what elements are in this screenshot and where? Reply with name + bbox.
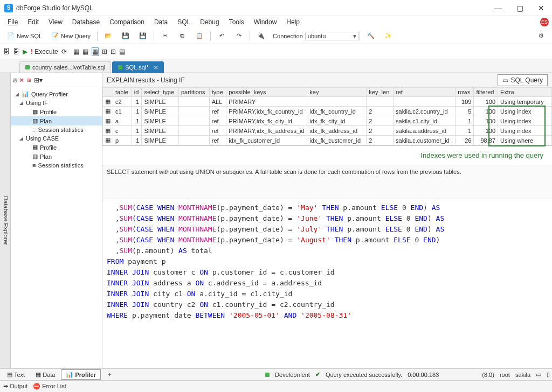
close-tab-icon[interactable]: ✕ — [154, 65, 158, 71]
tree-item-session-stats[interactable]: ≡Session statistics — [11, 125, 102, 134]
query-icon: 📝 — [51, 32, 59, 40]
settings-button[interactable]: ⚙ — [534, 30, 549, 42]
profiler-tool-2[interactable]: ≋ — [26, 76, 32, 84]
tree-root[interactable]: ◢📊Query Profiler — [11, 89, 102, 99]
output-tab[interactable]: ➡ Output — [3, 383, 27, 390]
sql-query-button[interactable]: ▭ SQL Query — [498, 74, 548, 86]
data-icon: ▦ — [36, 371, 41, 378]
table-row[interactable]: ▦ c11SIMPLE refPRIMARY,idx_fk_country_id… — [103, 107, 552, 116]
bottom-tab-text[interactable]: ▤Text — [2, 369, 30, 380]
table-icon: ▦ — [103, 126, 113, 136]
table-icon: ▦ — [103, 107, 113, 116]
gear-icon: ⚙ — [537, 32, 546, 40]
cut-button[interactable]: ✂ — [157, 30, 172, 42]
status-db: sakila — [515, 372, 530, 378]
menu-comparison[interactable]: Comparison — [105, 17, 149, 27]
tb2-btn-5[interactable]: ⊡ — [111, 48, 116, 55]
paste-icon: 📋 — [195, 32, 204, 40]
db-button-1[interactable]: 🗄 — [3, 48, 10, 55]
tb2-btn-4[interactable]: ⊞ — [102, 48, 107, 55]
tree-item-plan[interactable]: ▥Plan — [11, 116, 102, 125]
tree-item-plan[interactable]: ▥Plan — [11, 152, 102, 161]
menu-debug[interactable]: Debug — [196, 17, 223, 27]
tb2-btn-2[interactable]: ▦ — [82, 48, 88, 55]
table-row[interactable]: ▦ p1SIMPLE refidx_fk_customer_ididx_fk_c… — [103, 136, 552, 145]
tool-button-2[interactable]: ✨ — [381, 30, 396, 42]
profiler-tool-delete[interactable]: ✕ — [19, 76, 24, 84]
save-button[interactable]: 💾 — [118, 30, 133, 42]
open-button[interactable]: 📂 — [101, 30, 116, 42]
tree-group-using-if[interactable]: ◢Using IF — [11, 99, 102, 107]
profiler-tool-1[interactable]: ⎚ — [13, 76, 17, 84]
document-tabs: country-sales...ivotTable.sql SQL.sql* ✕ — [0, 59, 552, 73]
connection-label: Connection — [273, 33, 303, 39]
stats-icon: ≡ — [32, 162, 36, 169]
tree-item-profile[interactable]: ▦Profile — [11, 107, 102, 116]
save-all-button[interactable]: 💾 — [135, 30, 150, 42]
grid-icon: ▤ — [119, 48, 125, 55]
new-query-button[interactable]: 📝New Query — [47, 30, 94, 42]
tree-item-profile[interactable]: ▦Profile — [11, 143, 102, 152]
refresh-button[interactable]: ⟳ — [61, 48, 67, 55]
menu-edit[interactable]: Edit — [23, 17, 43, 27]
table-row[interactable]: ▦ c21SIMPLE ALLPRIMARY 109100Using tempo… — [103, 97, 552, 107]
plug-icon: 🔌 — [257, 32, 265, 40]
explain-header: EXPLAIN results - Using IF ▭ SQL Query — [102, 73, 552, 87]
redo-button[interactable]: ↷ — [231, 30, 246, 42]
grid-icon: ⊞ — [102, 48, 107, 55]
tool-button-1[interactable]: 🔨 — [363, 30, 378, 42]
tb2-btn-3[interactable]: ▦ — [92, 47, 99, 56]
panel-icon[interactable]: ▭ — [536, 371, 541, 378]
database-explorer-tab[interactable]: Database Explorer — [0, 73, 11, 368]
maximize-button[interactable]: ▢ — [513, 4, 526, 12]
tb2-btn-1[interactable]: ▦ — [73, 48, 79, 55]
tree-group-using-case[interactable]: ◢Using CASE — [11, 134, 102, 143]
menu-database[interactable]: Database — [68, 17, 104, 27]
tree-item-session-stats[interactable]: ≡Session statistics — [11, 161, 102, 170]
table-row[interactable]: ▦ a1SIMPLE refPRIMARY,idx_fk_city_ididx_… — [103, 116, 552, 126]
paste-button[interactable]: 📋 — [192, 30, 207, 42]
app-icon: S — [4, 4, 13, 12]
error-list-tab[interactable]: ⛔ Error List — [33, 383, 66, 390]
menu-help[interactable]: Help — [282, 17, 304, 27]
chart-icon: 📊 — [22, 90, 29, 97]
connection-select[interactable]: ubuntu — [305, 32, 359, 40]
explain-grid[interactable]: table id select_type partitions type pos… — [102, 87, 552, 146]
sql-icon: ▭ — [502, 76, 508, 84]
menu-view[interactable]: View — [44, 17, 67, 27]
run-button[interactable]: ▶ — [23, 48, 27, 55]
sql-editor[interactable]: ,SUM(CASE WHEN MONTHNAME(p.payment_date)… — [102, 199, 552, 368]
panel-icon[interactable]: ▯ — [547, 371, 550, 378]
tab-sql-sql[interactable]: SQL.sql* ✕ — [112, 61, 163, 73]
menu-data[interactable]: Data — [150, 17, 172, 27]
main-toolbar: 📄New SQL 📝New Query 📂 💾 💾 ✂ ⧉ 📋 ↶ ↷ 🔌 Co… — [0, 28, 552, 44]
database-icon: 🗄 — [13, 48, 19, 55]
status-time: 0:00:00.183 — [408, 372, 439, 378]
tab-country-sales[interactable]: country-sales...ivotTable.sql — [19, 61, 111, 73]
close-button[interactable]: ✕ — [535, 4, 548, 12]
execute-button[interactable]: ! Execute — [31, 48, 58, 55]
menu-tools[interactable]: Tools — [225, 17, 249, 27]
minimize-button[interactable]: — — [492, 4, 505, 12]
connect-button[interactable]: 🔌 — [253, 30, 268, 42]
profile-icon: ▦ — [32, 144, 38, 151]
profiler-icon: 📊 — [66, 371, 73, 378]
tb2-btn-6[interactable]: ▤ — [119, 48, 125, 55]
language-badge[interactable]: ES — [540, 18, 549, 26]
menu-window[interactable]: Window — [250, 17, 281, 27]
database-icon: 🗄 — [3, 48, 10, 55]
new-sql-button[interactable]: 📄New SQL — [3, 30, 45, 42]
db-button-2[interactable]: 🗄 — [13, 48, 19, 55]
wand-icon: ✨ — [384, 32, 392, 40]
add-tab-button[interactable]: ＋ — [102, 369, 118, 380]
menu-file[interactable]: File — [3, 17, 22, 27]
bottom-tab-profiler[interactable]: 📊Profiler — [61, 369, 101, 380]
profiler-tool-3[interactable]: ⊞▾ — [34, 76, 43, 84]
undo-button[interactable]: ↶ — [214, 30, 229, 42]
bottom-tab-data[interactable]: ▦Data — [31, 369, 60, 380]
menu-sql[interactable]: SQL — [173, 17, 195, 27]
plan-icon: ▥ — [32, 117, 38, 124]
table-row[interactable]: ▦ c1SIMPLE refPRIMARY,idx_fk_address_idi… — [103, 126, 552, 136]
profiler-tree: ◢📊Query Profiler ◢Using IF ▦Profile ▥Pla… — [11, 87, 102, 368]
copy-button[interactable]: ⧉ — [175, 30, 190, 42]
